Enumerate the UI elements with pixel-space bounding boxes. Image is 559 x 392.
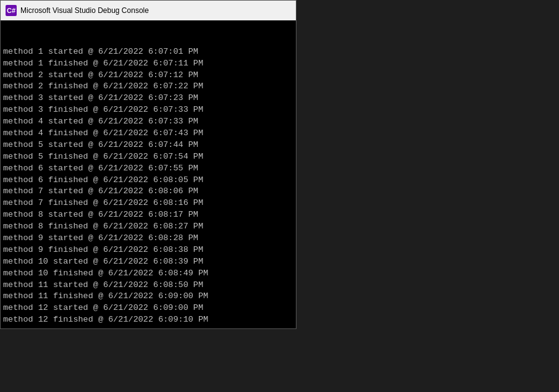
- console-window: C# Microsoft Visual Studio Debug Console…: [0, 0, 296, 329]
- console-line: method 5 finished @ 6/21/2022 6:07:54 PM: [3, 151, 293, 163]
- console-line: method 1 finished @ 6/21/2022 6:07:11 PM: [3, 58, 293, 70]
- console-line: method 8 started @ 6/21/2022 6:08:17 PM: [3, 209, 293, 221]
- console-line: method 3 started @ 6/21/2022 6:07:23 PM: [3, 93, 293, 104]
- window-title: Microsoft Visual Studio Debug Console: [20, 6, 149, 15]
- console-line: method 10 finished @ 6/21/2022 6:08:49 P…: [3, 268, 293, 280]
- console-line: method 9 started @ 6/21/2022 6:08:28 PM: [3, 233, 293, 244]
- console-line: method 12 started @ 6/21/2022 6:09:00 PM: [3, 302, 293, 314]
- console-line: method 4 finished @ 6/21/2022 6:07:43 PM: [3, 128, 293, 140]
- console-line: method 9 finished @ 6/21/2022 6:08:38 PM: [3, 244, 293, 256]
- console-line: method 2 started @ 6/21/2022 6:07:12 PM: [3, 70, 293, 81]
- console-line: method 11 finished @ 6/21/2022 6:09:00 P…: [3, 291, 293, 302]
- console-line: method 7 started @ 6/21/2022 6:08:06 PM: [3, 186, 293, 198]
- console-output[interactable]: method 1 started @ 6/21/2022 6:07:01 PMm…: [1, 20, 296, 328]
- console-line: method 6 finished @ 6/21/2022 6:08:05 PM: [3, 175, 293, 186]
- title-bar: C# Microsoft Visual Studio Debug Console: [1, 1, 296, 20]
- console-line: method 1 started @ 6/21/2022 6:07:01 PM: [3, 46, 293, 58]
- console-line: method 8 finished @ 6/21/2022 6:08:27 PM: [3, 221, 293, 233]
- console-line: method 3 finished @ 6/21/2022 6:07:33 PM: [3, 104, 293, 116]
- console-line: method 11 started @ 6/21/2022 6:08:50 PM: [3, 280, 293, 291]
- app-icon-letter: C#: [7, 7, 15, 14]
- console-line: method 6 started @ 6/21/2022 6:07:55 PM: [3, 163, 293, 175]
- console-line: method 5 started @ 6/21/2022 6:07:44 PM: [3, 140, 293, 151]
- app-icon: C#: [6, 5, 17, 16]
- console-line: method 4 started @ 6/21/2022 6:07:33 PM: [3, 116, 293, 128]
- console-line: method 12 finished @ 6/21/2022 6:09:10 P…: [3, 314, 293, 326]
- console-line: method 2 finished @ 6/21/2022 6:07:22 PM: [3, 81, 293, 93]
- console-line: method 10 started @ 6/21/2022 6:08:39 PM: [3, 256, 293, 268]
- console-line: method 7 finished @ 6/21/2022 6:08:16 PM: [3, 198, 293, 209]
